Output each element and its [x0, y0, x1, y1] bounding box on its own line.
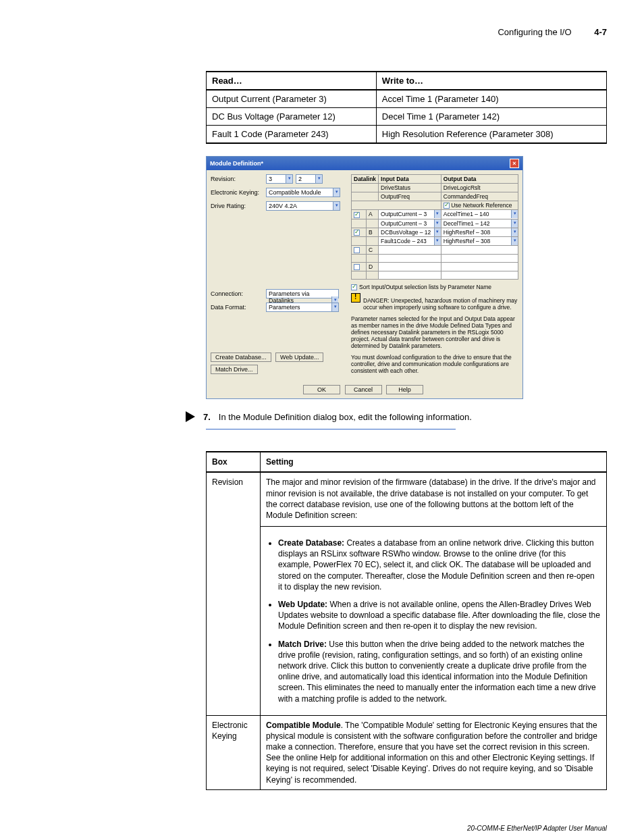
- header-title: Configuring the I/O: [498, 27, 571, 37]
- col-datalink: Datalink: [352, 175, 379, 184]
- table-cell: Output Current (Parameter 3): [207, 90, 377, 108]
- ok-button[interactable]: OK: [303, 385, 340, 394]
- help-button[interactable]: Help: [386, 385, 423, 394]
- label-format: Data Format:: [211, 304, 263, 311]
- step-7: 7. In the Module Definition dialog box, …: [206, 411, 607, 422]
- page-header: Configuring the I/O 4-7: [37, 27, 607, 37]
- col-read: Read…: [207, 72, 377, 90]
- col-write: Write to…: [376, 72, 606, 90]
- checkbox-icon[interactable]: [354, 230, 360, 236]
- checkbox-icon[interactable]: [351, 284, 357, 290]
- sort-checkbox-row[interactable]: Sort Input/Output selection lists by Par…: [351, 284, 518, 290]
- module-definition-dialog: Module Definition* × Revision: 3▾ 2▾ Ele…: [206, 156, 523, 399]
- col-setting: Setting: [261, 452, 607, 472]
- warning-icon: [351, 293, 360, 303]
- settings-table: Box Setting RevisionThe major and minor …: [206, 451, 607, 790]
- danger-text: DANGER: Unexpected, hazardous motion of …: [363, 297, 518, 311]
- cancel-button[interactable]: Cancel: [345, 385, 382, 394]
- table-cell: DC Bus Voltage (Parameter 12): [207, 108, 377, 126]
- connection-select[interactable]: Parameters via Datalinks▾: [266, 289, 339, 298]
- step-text: In the Module Definition dialog box, edi…: [219, 412, 472, 422]
- revision-major-select[interactable]: 3▾: [266, 174, 293, 184]
- col-input: Input Data: [379, 175, 441, 184]
- page-footer: 20-COMM-E EtherNet/IP Adapter User Manua…: [37, 824, 607, 834]
- sort-label: Sort Input/Output selection lists by Par…: [359, 284, 491, 290]
- underline: [206, 429, 456, 429]
- close-icon[interactable]: ×: [510, 159, 519, 168]
- label-rating: Drive Rating:: [211, 203, 263, 209]
- checkbox-icon[interactable]: [354, 212, 360, 218]
- table-cell: Accel Time 1 (Parameter 140): [376, 90, 606, 108]
- checkbox-icon[interactable]: [354, 247, 360, 253]
- dialog-title: Module Definition*: [210, 160, 263, 167]
- setting-box: Revision: [207, 472, 261, 715]
- checkbox-icon[interactable]: [354, 264, 360, 270]
- rating-select[interactable]: 240V 4.2A▾: [266, 201, 340, 211]
- table-cell: Fault 1 Code (Parameter 243): [207, 126, 377, 144]
- create-database-button[interactable]: Create Database...: [211, 353, 271, 362]
- label-revision: Revision:: [211, 176, 263, 182]
- match-drive-button[interactable]: Match Drive...: [211, 365, 258, 374]
- label-keying: Electronic Keying:: [211, 189, 263, 196]
- format-select[interactable]: Parameters▾: [266, 303, 339, 312]
- triangle-bullet-icon: [186, 411, 195, 422]
- datalink-table: Datalink Input Data Output Data DriveSta…: [351, 174, 518, 280]
- read-write-table: Read… Write to… Output Current (Paramete…: [206, 71, 607, 144]
- header-chapter: 4-7: [594, 27, 607, 37]
- setting-desc: Compatible Module. The 'Compatible Modul…: [261, 715, 607, 789]
- checkbox-icon[interactable]: [444, 203, 450, 209]
- setting-desc: The major and minor revision of the firm…: [261, 472, 607, 715]
- web-update-button[interactable]: Web Update...: [275, 353, 323, 362]
- note-1: Parameter names selected for the Input a…: [351, 315, 518, 350]
- footer-manual-title: 20-COMM-E EtherNet/IP Adapter User Manua…: [37, 824, 607, 833]
- step-number: 7.: [203, 412, 211, 422]
- table-cell: Decel Time 1 (Parameter 142): [376, 108, 606, 126]
- note-2: You must download configuration to the d…: [351, 354, 518, 375]
- col-box: Box: [207, 452, 261, 472]
- revision-minor-select[interactable]: 2▾: [296, 174, 323, 184]
- label-connection: Connection:: [211, 290, 263, 297]
- table-cell: High Resolution Reference (Parameter 308…: [376, 126, 606, 144]
- setting-box: Electronic Keying: [207, 715, 261, 789]
- col-output: Output Data: [441, 175, 518, 184]
- keying-select[interactable]: Compatible Module▾: [266, 188, 340, 197]
